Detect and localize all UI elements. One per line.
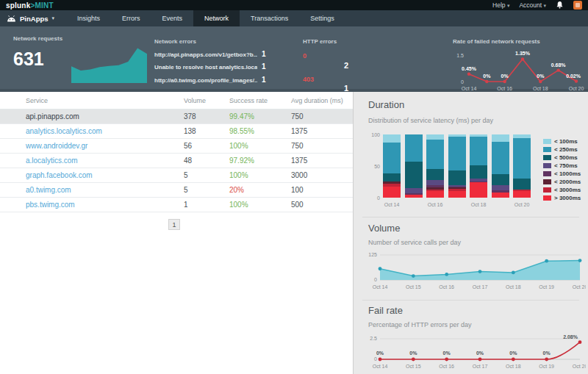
services-table: ServiceVolumeSuccess rateAvg duration (m… bbox=[0, 92, 353, 212]
table-header-row: ServiceVolumeSuccess rateAvg duration (m… bbox=[0, 92, 353, 109]
service-link[interactable]: a0.twimg.com bbox=[26, 186, 71, 194]
nav-tabs: InsightsErrorsEventsNetworkTransactionsS… bbox=[66, 10, 345, 26]
network-error-item[interactable]: http://a0.twimg.com/profile_images/...1 bbox=[154, 76, 287, 84]
svg-text:50: 50 bbox=[374, 164, 380, 169]
duration-legend: < 100ms< 250ms< 500ms< 750ms< 1000ms< 20… bbox=[543, 137, 581, 202]
service-link[interactable]: analytics.localytics.com bbox=[26, 127, 102, 135]
table-row[interactable]: pbs.twimg.com1100%500 bbox=[0, 198, 353, 212]
column-header[interactable]: Volume bbox=[184, 92, 229, 109]
tab-settings[interactable]: Settings bbox=[299, 10, 345, 26]
bell-icon[interactable] bbox=[556, 1, 564, 10]
top-bar: splunk>MINT Help ▾ Account ▾ bbox=[0, 0, 588, 10]
svg-text:0%: 0% bbox=[409, 350, 417, 356]
splunk-mint-logo: splunk>MINT bbox=[6, 1, 54, 10]
service-link[interactable]: a.localytics.com bbox=[26, 157, 78, 165]
legend-item: < 250ms bbox=[543, 145, 581, 154]
svg-text:Oct 16: Oct 16 bbox=[497, 86, 512, 91]
chevron-down-icon: ▾ bbox=[507, 3, 510, 8]
svg-text:0%: 0% bbox=[376, 350, 384, 356]
svg-text:Oct 16: Oct 16 bbox=[428, 202, 443, 207]
legend-item: < 2000ms bbox=[543, 178, 581, 186]
column-header[interactable]: Avg duration (ms) bbox=[291, 92, 353, 109]
volume-section-subtitle: Number of service calls per day bbox=[368, 239, 461, 246]
failed-requests-rate-block: Rate of failed network requests 01.50.45… bbox=[453, 38, 587, 96]
svg-text:Oct 18: Oct 18 bbox=[506, 284, 521, 290]
fail-rate-section-subtitle: Percentage of HTTP errors per day bbox=[368, 321, 471, 328]
svg-text:0: 0 bbox=[377, 195, 380, 201]
tab-events[interactable]: Events bbox=[151, 10, 194, 26]
svg-text:0%: 0% bbox=[509, 350, 517, 356]
legend-item: < 3000ms bbox=[543, 186, 581, 194]
http-error-code: 0 bbox=[303, 52, 306, 60]
svg-text:Oct 19: Oct 19 bbox=[539, 284, 554, 290]
pagination-page-1[interactable]: 1 bbox=[168, 219, 180, 230]
help-menu[interactable]: Help ▾ bbox=[492, 1, 509, 9]
column-header[interactable]: Success rate bbox=[229, 92, 291, 109]
tab-network[interactable]: Network bbox=[193, 10, 240, 26]
service-link[interactable]: pbs.twimg.com bbox=[26, 201, 75, 209]
table-row[interactable]: a0.twimg.com520%100 bbox=[0, 183, 353, 198]
chevron-down-icon: ▾ bbox=[543, 3, 546, 8]
account-menu[interactable]: Account ▾ bbox=[519, 1, 546, 9]
table-row[interactable]: analytics.localytics.com13898.55%1375 bbox=[0, 124, 353, 139]
duration-section-title: Duration bbox=[368, 99, 404, 110]
svg-text:Oct 18: Oct 18 bbox=[506, 364, 521, 369]
service-link[interactable]: api.pinapps.com bbox=[26, 112, 79, 121]
svg-text:Oct 17: Oct 17 bbox=[473, 364, 488, 369]
svg-text:Oct 15: Oct 15 bbox=[406, 364, 421, 369]
svg-text:1.35%: 1.35% bbox=[515, 51, 531, 56]
svg-text:Oct 18: Oct 18 bbox=[471, 202, 487, 207]
svg-text:Oct 20: Oct 20 bbox=[573, 364, 586, 369]
http-errors-block: HTTP errors 024031 bbox=[303, 38, 362, 90]
failed-requests-rate-chart: 01.50.45%0%0%1.35%0%0.68%0.02%Oct 14Oct … bbox=[453, 47, 587, 93]
failed-requests-rate-label: Rate of failed network requests bbox=[453, 38, 587, 45]
app-switcher[interactable]: PinApps ▾ bbox=[0, 10, 66, 26]
network-error-item[interactable]: Unable to resolve host analytics.local..… bbox=[154, 62, 287, 71]
notification-badge[interactable] bbox=[573, 1, 582, 10]
svg-text:0: 0 bbox=[374, 356, 377, 362]
svg-text:Oct 14: Oct 14 bbox=[384, 202, 400, 207]
duration-section-subtitle: Distribution of service latency (ms) per… bbox=[368, 117, 493, 124]
svg-text:Oct 14: Oct 14 bbox=[373, 284, 388, 290]
svg-text:125: 125 bbox=[368, 252, 377, 257]
network-error-item[interactable]: http://api.pinapps.com/v1/getbox?b...1 bbox=[154, 50, 287, 58]
http-error-count: 2 bbox=[344, 61, 348, 70]
svg-text:0.68%: 0.68% bbox=[551, 62, 567, 68]
main-nav: PinApps ▾ InsightsErrorsEventsNetworkTra… bbox=[0, 10, 588, 26]
android-icon bbox=[7, 15, 16, 22]
legend-item: < 500ms bbox=[543, 154, 581, 162]
svg-text:0%: 0% bbox=[543, 350, 551, 356]
svg-text:2.5: 2.5 bbox=[370, 336, 377, 341]
tab-insights[interactable]: Insights bbox=[66, 10, 111, 26]
svg-text:0%: 0% bbox=[537, 73, 545, 79]
legend-item: > 3000ms bbox=[543, 194, 581, 202]
service-link[interactable]: www.androiddev.gr bbox=[26, 142, 87, 150]
tab-transactions[interactable]: Transactions bbox=[240, 10, 299, 26]
section-divider bbox=[362, 300, 579, 301]
table-row[interactable]: www.androiddev.gr56100%750 bbox=[0, 139, 353, 154]
legend-item: < 750ms bbox=[543, 162, 581, 170]
tab-errors[interactable]: Errors bbox=[111, 10, 151, 26]
service-link[interactable]: graph.facebook.com bbox=[26, 171, 93, 179]
svg-text:Oct 17: Oct 17 bbox=[473, 284, 488, 290]
table-row[interactable]: a.localytics.com4897.92%1375 bbox=[0, 154, 353, 168]
svg-text:Oct 15: Oct 15 bbox=[406, 284, 421, 290]
fail-rate-section-title: Fail rate bbox=[368, 305, 403, 316]
table-row[interactable]: api.pinapps.com37899.47%750 bbox=[0, 109, 353, 124]
svg-text:0: 0 bbox=[461, 79, 464, 84]
network-errors-label: Network errors bbox=[154, 38, 287, 45]
legend-item: < 100ms bbox=[543, 137, 581, 145]
chevron-down-icon: ▾ bbox=[52, 15, 55, 21]
charts-panel: Duration Distribution of service latency… bbox=[354, 92, 588, 374]
duration-stacked-bar-chart: 100500Oct 14Oct 16Oct 18Oct 20 bbox=[364, 129, 544, 209]
http-error-code: 403 bbox=[303, 76, 314, 83]
table-row[interactable]: graph.facebook.com5100%3000 bbox=[0, 168, 353, 183]
network-requests-label: Network requests bbox=[13, 35, 62, 42]
svg-text:100: 100 bbox=[371, 132, 380, 137]
section-divider bbox=[362, 217, 579, 217]
svg-text:0%: 0% bbox=[501, 73, 509, 79]
svg-text:0%: 0% bbox=[443, 350, 451, 356]
svg-text:Oct 18: Oct 18 bbox=[533, 86, 548, 91]
svg-text:1.5: 1.5 bbox=[456, 53, 464, 58]
column-header[interactable]: Service bbox=[0, 92, 184, 109]
